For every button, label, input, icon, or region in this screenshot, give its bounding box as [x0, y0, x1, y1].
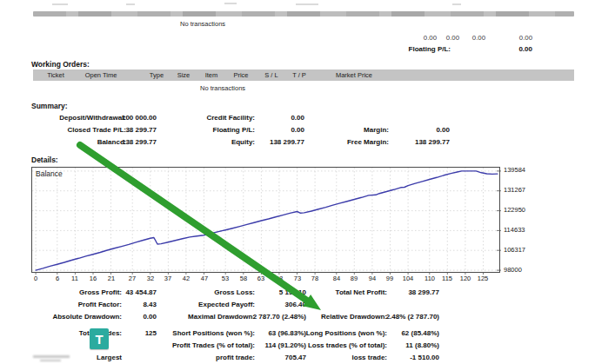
stat-label: Gross Loss:	[214, 288, 255, 296]
details-title: Details:	[31, 156, 58, 164]
top-artifact	[224, 3, 237, 4]
stat-label: profit trade:	[216, 354, 255, 361]
t-badge-button[interactable]: T	[90, 328, 109, 349]
totals-value: 0.00	[519, 34, 532, 42]
stat-label: Loss trades (% of total):	[308, 341, 387, 349]
top-artifact	[52, 3, 68, 5]
x-tick-label: 110	[425, 275, 435, 282]
x-tick-label: 37	[164, 275, 171, 282]
totals-value: 0.00	[424, 34, 437, 42]
y-tick-label: 98000	[504, 266, 522, 274]
t-badge-label: T	[95, 332, 103, 347]
totals-value: 0.00	[446, 34, 459, 42]
x-tick-label: 0	[34, 275, 37, 282]
stat-label: Long Positions (won %):	[306, 329, 387, 337]
balance-line	[36, 171, 498, 270]
y-tick-label: 122950	[504, 206, 525, 214]
stat-value: 63 (96.83%)	[268, 329, 306, 337]
bottom-artifact	[33, 355, 70, 358]
summary-value: 38 299.77	[125, 126, 157, 134]
summary-label: Closed Trade P/L:	[67, 126, 126, 134]
summary-value: 138 299.77	[270, 138, 304, 146]
y-tick-label: 139584	[504, 166, 525, 174]
closed-transactions-header-bar	[33, 11, 574, 17]
stat-label: Maximal Drawdown:	[188, 313, 255, 321]
x-tick-label: 115	[442, 275, 452, 282]
stat-label: Gross Profit:	[79, 288, 122, 296]
stat-value: 38 299.77	[408, 288, 439, 296]
x-tick-label: 21	[108, 275, 115, 282]
stat-label: Relative Drawdown:	[321, 313, 387, 321]
col-ticket: Ticket	[47, 71, 64, 79]
x-tick-label: 94	[369, 275, 376, 282]
working-orders-empty-text: No transactions	[200, 84, 245, 92]
x-tick-label: 68	[276, 275, 283, 282]
summary-label: Floating P/L:	[213, 126, 255, 134]
top-artifact	[452, 3, 461, 5]
summary-row: Balance: 138 299.77 Equity: 138 299.77 F…	[0, 138, 595, 149]
x-tick-label: 84	[333, 275, 340, 282]
stat-value: 11 (8.80%)	[405, 341, 439, 349]
stat-value: 306.40	[285, 301, 306, 308]
y-tick-label: 131267	[504, 186, 525, 194]
top-artifact	[296, 3, 318, 5]
balance-chart-plot	[32, 168, 499, 272]
summary-row: Closed Trade P/L: 38 299.77 Floating P/L…	[0, 126, 595, 137]
summary-value: 100 000.00	[122, 114, 157, 122]
stat-label: Profit Trades (% of total):	[172, 341, 255, 349]
totals-value: 0.00	[472, 34, 485, 42]
stat-label: loss trade:	[352, 354, 387, 361]
x-tick-label: 6	[56, 275, 59, 282]
top-artifact	[126, 3, 135, 5]
stats-row: Profit Factor: 8.43 Expected Payoff: 306…	[0, 301, 595, 312]
x-tick-label: 104	[403, 275, 414, 282]
x-tick-label: 27	[129, 275, 136, 282]
summary-label: Deposit/Withdrawal:	[59, 114, 126, 122]
balance-chart: Balance	[31, 167, 500, 273]
x-tick-label: 99	[386, 275, 393, 282]
floating-pl-label: Floating P/L:	[409, 45, 451, 53]
summary-label: Free Margin:	[347, 138, 389, 146]
stat-label: Short Positions (won %):	[172, 329, 255, 337]
floating-pl-value: 0.00	[518, 45, 532, 53]
x-tick-label: 32	[147, 275, 154, 282]
stat-label: Largest	[97, 354, 122, 361]
col-item: Item	[205, 71, 218, 79]
stat-value: 5 155.10	[279, 288, 306, 296]
stat-value: 2.48% (2 787.70)	[386, 313, 439, 321]
x-tick-label: 58	[240, 275, 247, 282]
col-size: Size	[177, 71, 191, 79]
x-tick-label: 42	[183, 275, 190, 282]
summary-title: Summary:	[31, 102, 68, 110]
report-page: No transactions 0.00 0.00 0.00 0.00 Floa…	[0, 0, 595, 364]
summary-value: 0.00	[291, 114, 304, 122]
x-tick-label: 73	[294, 275, 301, 282]
summary-label: Credit Facility:	[206, 114, 255, 122]
stat-value: 705.47	[285, 354, 306, 361]
x-tick-label: 11	[71, 275, 78, 282]
col-tp: T / P	[292, 71, 306, 79]
chart-series-label: Balance	[36, 169, 63, 178]
x-tick-label: 78	[311, 275, 318, 282]
stat-value: 114 (91.20%)	[264, 341, 306, 349]
stat-label: Expected Payoff:	[198, 301, 255, 308]
closed-transactions-empty-text: No transactions	[180, 20, 225, 28]
x-tick-label: 120	[460, 275, 471, 282]
y-tick-label: 114633	[504, 226, 525, 234]
bottom-artifact	[40, 360, 61, 361]
col-type: Type	[150, 71, 164, 79]
stat-label: Total Net Profit:	[336, 288, 387, 296]
stats-row: Largest profit trade: 705.47 loss trade:…	[0, 354, 595, 364]
summary-value: 0.00	[291, 126, 304, 134]
x-tick-label: 63	[257, 275, 264, 282]
x-tick-label: 89	[351, 275, 358, 282]
summary-value: 138 299.77	[122, 138, 157, 146]
col-open-time: Open Time	[85, 71, 117, 79]
col-sl: S / L	[264, 71, 277, 79]
stats-row: Absolute Drawdown: 0.00 Maximal Drawdown…	[0, 313, 595, 324]
col-market-price: Market Price	[336, 71, 372, 79]
summary-label: Equity:	[231, 138, 255, 146]
stat-value: 2 787.70 (2.48%)	[253, 313, 306, 321]
y-tick-label: 106317	[504, 246, 525, 254]
working-orders-header: Ticket Open Time Type Size Item Price S …	[33, 69, 574, 81]
